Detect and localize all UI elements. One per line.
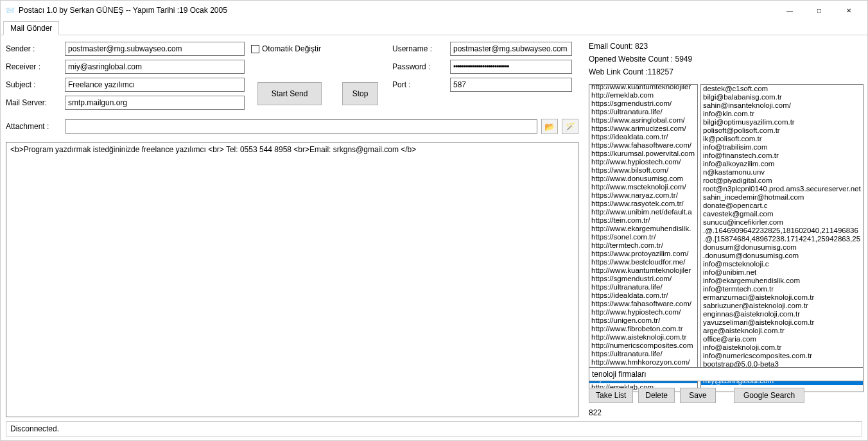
attachment-input[interactable]	[65, 119, 537, 134]
list-item[interactable]: info@alkoyazilim.com	[701, 160, 863, 168]
attachment-label: Attachment :	[6, 122, 61, 131]
list-item[interactable]: https://www.bilsoft.com/	[589, 166, 697, 175]
list-item[interactable]: https://www.asringlobal.com/	[589, 116, 697, 125]
list-item[interactable]: https://www.fahasoftware.com/	[589, 141, 697, 150]
close-button[interactable]: ✕	[834, 1, 864, 20]
list-item[interactable]: root@n3plcpnl0140.prod.ams3.secureserver…	[701, 185, 863, 193]
list-item[interactable]: http://www.aisteknoloji.com.tr	[589, 333, 697, 342]
mailserver-input[interactable]	[65, 96, 245, 110]
list-item[interactable]: cavestek@gmail.com	[701, 210, 863, 218]
list-item[interactable]: donusum@donusumisg.com	[701, 243, 863, 252]
list-item[interactable]: info@ekargemuhendislik.com	[701, 277, 863, 285]
list-item[interactable]: https://unigen.com.tr/	[589, 316, 697, 325]
tabstrip: Mail Gönder	[1, 20, 867, 35]
list-item[interactable]: sahin@insanteknoloji.com/	[701, 101, 863, 110]
list-item[interactable]: https://ultranatura.life/	[589, 350, 697, 358]
list-item[interactable]: sahin_incedemir@hotmail.com	[701, 193, 863, 202]
list-item[interactable]: http://termtech.com.tr/	[589, 241, 697, 250]
list-item[interactable]: info@kln.com.tr	[701, 110, 863, 118]
list-item[interactable]: https://www.bestcloudfor.me/	[589, 258, 697, 266]
minimize-button[interactable]: —	[775, 1, 804, 20]
list-item[interactable]: http://www.kuantumteknolojiler	[589, 84, 697, 91]
list-item[interactable]: http://www.unibim.net/default.a	[589, 208, 697, 216]
list-item[interactable]: .@.1646909642232825,181602040,211496836	[701, 227, 863, 235]
list-item[interactable]: donate@opencart.c	[701, 202, 863, 210]
list-item[interactable]: destek@c1soft.com	[701, 85, 863, 93]
search-input[interactable]	[589, 367, 864, 381]
email-listbox[interactable]: destek@c1soft.combilgi@balabanisg.com.tr…	[700, 84, 864, 392]
receiver-input[interactable]	[65, 60, 245, 74]
list-item[interactable]: https://tein.com.tr/	[589, 216, 697, 225]
list-item[interactable]: https://ultranatura.life/	[589, 283, 697, 291]
message-body[interactable]: <b>Program yazdırmak istedğininizde free…	[6, 142, 578, 417]
list-item[interactable]: https://sgmendustri.com/	[589, 275, 697, 283]
email-count-label: Email Count: 823	[589, 42, 864, 51]
username-label: Username :	[392, 44, 450, 53]
list-item[interactable]: office@aria.com	[701, 335, 863, 343]
delete-button[interactable]: Delete	[638, 388, 675, 403]
list-item[interactable]: https://www.fahasoftware.com/	[589, 300, 697, 308]
stop-button[interactable]: Stop	[342, 82, 378, 105]
list-item[interactable]: ermanzurnaci@aisteknoloji.com.tr	[701, 293, 863, 302]
list-item[interactable]: https://sgmendustri.com/	[589, 99, 697, 108]
attachment-clear-button[interactable]: 🪄	[562, 119, 578, 134]
google-search-button[interactable]: Google Search	[734, 388, 804, 403]
weblink-count-label: Web Link Count :118257	[589, 67, 864, 76]
list-item[interactable]: http://www.kuantumteknolojiler	[589, 266, 697, 275]
save-button[interactable]: Save	[680, 388, 716, 403]
list-item[interactable]: bilgi@optimusyazilim.com.tr	[701, 118, 863, 126]
list-item[interactable]: http://www.mscteknoloji.com/	[589, 183, 697, 191]
list-item[interactable]: http://www.fibrobeton.com.tr	[589, 325, 697, 333]
list-item[interactable]: https://www.rasyotek.com.tr/	[589, 200, 697, 208]
list-item[interactable]: info@aisteknoloji.com.tr	[701, 343, 863, 352]
password-input[interactable]	[450, 60, 572, 74]
username-input[interactable]	[450, 42, 572, 56]
list-item[interactable]: info@trabilisim.com	[701, 143, 863, 151]
window-title: Postacı 1.0 by Serkan GÜNEŞ -- Yapım Tar…	[19, 6, 775, 15]
list-item[interactable]: polisoft@polisoft.com.tr	[701, 126, 863, 135]
list-item[interactable]: http://www.hypiostech.com/	[589, 308, 697, 316]
list-item[interactable]: https://sonel.com.tr/	[589, 233, 697, 241]
take-list-button[interactable]: Take List	[589, 388, 633, 403]
list-item[interactable]: bilgi@balabanisg.com.tr	[701, 93, 863, 101]
start-send-button[interactable]: Start Send	[257, 82, 322, 105]
list-item[interactable]: yavuzselimari@aisteknoloji.com.tr	[701, 318, 863, 327]
list-item[interactable]: https://www.arimucizesi.com/	[589, 125, 697, 133]
list-item[interactable]: https://kurumsal.powervital.com	[589, 150, 697, 158]
list-item[interactable]: http://numericscomposites.com	[589, 342, 697, 350]
list-item[interactable]: https://ultranatura.life/	[589, 108, 697, 116]
list-item[interactable]: ik@polisoft.com.tr	[701, 135, 863, 143]
maximize-button[interactable]: □	[804, 1, 834, 20]
list-item[interactable]: .@.[15874684,48967238.1714241,25942863,2…	[701, 235, 863, 243]
list-item[interactable]: .donusum@donusumisg.com	[701, 252, 863, 260]
list-item[interactable]: https://idealdata.com.tr/	[589, 291, 697, 300]
list-item[interactable]: http://www.hypiostech.com/	[589, 158, 697, 166]
list-item[interactable]: https://www.naryaz.com.tr/	[589, 191, 697, 200]
subject-input[interactable]	[65, 78, 245, 92]
list-item[interactable]: n@kastamonu.unv	[701, 168, 863, 177]
tab-mail-gonder[interactable]: Mail Gönder	[3, 21, 59, 35]
list-item[interactable]: http://www.donusumisg.com	[589, 175, 697, 183]
wand-icon: 🪄	[565, 122, 575, 132]
list-item[interactable]: info@numericscomposites.com.tr	[701, 352, 863, 360]
list-item[interactable]: info@unibim.net	[701, 268, 863, 277]
list-item[interactable]: info@termtech.com.tr	[701, 285, 863, 293]
list-item[interactable]: http://www.ekargemuhendislik.	[589, 225, 697, 233]
list-item[interactable]: sabriuzuner@aisteknoloji.com.tr	[701, 302, 863, 310]
list-item[interactable]: sunucu@incefikirler.com	[701, 218, 863, 227]
list-item[interactable]: https://www.protoyazilim.com/	[589, 250, 697, 258]
list-item[interactable]: enginnas@aistekrıoloji.com.tr	[701, 310, 863, 318]
list-item[interactable]: https://idealdata.com.tr/	[589, 133, 697, 141]
status-text: Disconnected.	[10, 424, 59, 433]
otomatik-checkbox[interactable]: Otomatik Değiştir	[251, 44, 328, 53]
port-input[interactable]	[450, 78, 572, 92]
list-item[interactable]: info@finanstech.com.tr	[701, 151, 863, 160]
list-item[interactable]: http://www.hmhkorozyon.com/	[589, 358, 697, 367]
url-listbox[interactable]: http://www.kuantumteknolojilerhttp://eme…	[589, 84, 698, 392]
list-item[interactable]: root@piyadigital.com	[701, 177, 863, 185]
list-item[interactable]: info@mscteknoloji.c	[701, 260, 863, 268]
attachment-browse-button[interactable]: 📂	[541, 119, 558, 134]
list-item[interactable]: http://emeklab.com	[589, 91, 697, 99]
list-item[interactable]: arge@aisteknoloji.com.tr	[701, 327, 863, 335]
sender-input[interactable]	[65, 42, 245, 56]
